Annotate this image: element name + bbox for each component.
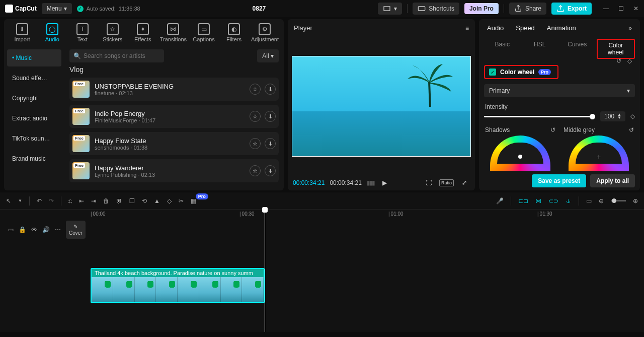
copy-icon[interactable]: ❐ (129, 197, 135, 205)
join-pro-button[interactable]: Join Pro (464, 3, 499, 14)
category-brand-music[interactable]: Brand music (7, 150, 61, 167)
undo-button[interactable]: ↶ (37, 197, 42, 205)
reverse-icon[interactable]: ⟲ (142, 197, 147, 205)
menu-button[interactable]: Menu ▾ (42, 3, 72, 14)
video-preview[interactable] (290, 37, 473, 175)
mic-icon[interactable]: 🎤 (496, 197, 504, 205)
redo-button[interactable]: ↷ (49, 197, 54, 205)
intensity-value[interactable]: 100 ▲▼ (600, 111, 625, 121)
crop-tool[interactable]: ✂ (179, 197, 184, 205)
reset-icon[interactable]: ↺ (629, 126, 634, 133)
playhead[interactable] (265, 210, 265, 332)
media-tab-captions[interactable]: ▭Captions (190, 21, 218, 44)
favorite-button[interactable]: ☆ (250, 165, 261, 176)
tab-speed[interactable]: Speed (516, 24, 535, 32)
mirror-icon[interactable]: ▲ (154, 197, 160, 205)
ai-tool[interactable]: ▦Pro (191, 197, 196, 205)
filter-all-button[interactable]: All ▾ (257, 49, 279, 62)
zoom-in-icon[interactable]: ⊕ (633, 197, 638, 205)
favorite-button[interactable]: ☆ (250, 138, 261, 149)
cover-button[interactable]: ✎ Cover (66, 221, 86, 239)
subtab-curves[interactable]: Curves (559, 39, 596, 59)
pointer-tool[interactable]: ↖ (6, 197, 11, 205)
media-tab-text[interactable]: TText (68, 21, 97, 44)
primary-select[interactable]: Primary ▾ (484, 84, 635, 97)
player-menu-icon[interactable]: ≡ (465, 25, 469, 32)
category-tiktok-soun-[interactable]: TikTok soun… (7, 130, 61, 147)
close-button[interactable]: ✕ (633, 5, 639, 12)
checkbox-icon[interactable]: ✓ (489, 69, 496, 76)
tab-animation[interactable]: Animation (547, 24, 576, 32)
diamond-icon[interactable]: ◇ (627, 57, 632, 64)
video-clip[interactable]: Thailand 4k beach background. Paradise n… (91, 268, 265, 303)
trim-left-icon[interactable]: ⇤ (79, 197, 84, 205)
favorite-button[interactable]: ☆ (250, 84, 261, 95)
search-input[interactable] (69, 49, 164, 62)
expand-icon[interactable]: » (628, 25, 632, 32)
fit-icon[interactable]: ▭ (586, 197, 592, 205)
rotate-icon[interactable]: ◇ (167, 197, 172, 205)
zoom-slider[interactable] (611, 200, 626, 201)
reset-icon[interactable]: ↺ (550, 126, 555, 133)
export-button[interactable]: Export (551, 3, 592, 15)
ratio-button[interactable]: Ratio (439, 179, 454, 186)
track-item[interactable]: FreeHappy Flow Statesenshomoods · 01:38☆… (69, 132, 279, 155)
category-extract-audio[interactable]: Extract audio (7, 110, 61, 127)
play-button[interactable]: ▶ (379, 179, 390, 186)
lock-icon[interactable]: 🔒 (19, 226, 26, 233)
apply-all-button[interactable]: Apply to all (590, 174, 635, 187)
shield-icon[interactable]: ⛨ (116, 197, 122, 205)
favorite-button[interactable]: ☆ (250, 111, 261, 122)
media-tab-transitions[interactable]: ⋈Transitions (159, 21, 188, 44)
columns-icon[interactable]: ▮▮▮ (367, 179, 374, 186)
media-tab-import[interactable]: ⬇Import (8, 21, 36, 44)
chevron-down-icon[interactable]: ▼ (18, 198, 22, 203)
share-button[interactable]: Share (509, 3, 546, 15)
subtab-basic[interactable]: Basic (484, 39, 521, 59)
reset-icon[interactable]: ↺ (616, 57, 621, 64)
tab-audio[interactable]: Audio (487, 24, 504, 32)
linkage-icon[interactable]: ⋈ (535, 197, 541, 205)
split-tool[interactable]: ⎌ (68, 197, 72, 205)
midgrey-wheel[interactable]: + (569, 136, 629, 171)
mute-icon[interactable]: 🔊 (42, 226, 50, 233)
trim-right-icon[interactable]: ⇥ (91, 197, 96, 205)
download-button[interactable]: ⬇ (265, 138, 276, 149)
color-wheel-toggle[interactable]: ✓ Color wheel Pro (484, 65, 558, 79)
time-ruler[interactable]: 00:00 00:30 01:00 01:30 (0, 210, 644, 221)
track-item[interactable]: FreeUNSTOPPABLE EVENINGfinetune · 02:13☆… (69, 78, 279, 101)
media-tab-filters[interactable]: ◐Filters (220, 21, 248, 44)
collapse-icon[interactable]: ▭ (8, 226, 14, 233)
more-icon[interactable]: ⋯ (55, 226, 61, 233)
eye-icon[interactable]: 👁 (31, 226, 37, 233)
delete-tool[interactable]: 🗑 (103, 197, 109, 205)
media-tab-effects[interactable]: ✦Effects (129, 21, 157, 44)
media-tab-adjustment[interactable]: ⚙Adjustment (250, 21, 280, 44)
aspect-button[interactable]: ▾ (378, 3, 402, 15)
track-item[interactable]: FreeHappy WandererLynne Publishing · 02:… (69, 159, 279, 182)
minimize-button[interactable]: — (603, 5, 609, 12)
crop-icon[interactable]: ⛶ (423, 179, 434, 186)
snap-icon[interactable]: ⊂⊃ (548, 197, 558, 205)
download-button[interactable]: ⬇ (265, 84, 276, 95)
subtab-hsl[interactable]: HSL (522, 39, 558, 59)
magnet-icon[interactable]: ⊏⊐ (518, 197, 528, 205)
category-music[interactable]: Music (7, 49, 61, 66)
maximize-button[interactable]: ☐ (618, 5, 624, 12)
category-copyright[interactable]: Copyright (7, 90, 61, 107)
save-preset-button[interactable]: Save as preset (532, 174, 586, 187)
download-button[interactable]: ⬇ (265, 165, 276, 176)
subtab-color-wheel[interactable]: Color wheel (597, 39, 635, 59)
shortcuts-button[interactable]: Shortcuts (413, 3, 459, 15)
media-tab-stickers[interactable]: ☆Stickers (99, 21, 127, 44)
intensity-slider[interactable] (484, 116, 595, 117)
download-button[interactable]: ⬇ (265, 111, 276, 122)
project-title[interactable]: 0827 (253, 5, 266, 12)
zoom-out-icon[interactable]: ⊖ (599, 197, 604, 205)
diamond-icon[interactable]: ◇ (630, 113, 635, 120)
category-sound-effe-[interactable]: Sound effe… (7, 70, 61, 87)
shadows-wheel[interactable] (490, 136, 550, 171)
track-item[interactable]: FreeIndie Pop EnergyFiniteMusicForge · 0… (69, 105, 279, 128)
stepper-icon[interactable]: ▲▼ (617, 113, 621, 119)
media-tab-audio[interactable]: ◯Audio (38, 21, 66, 44)
